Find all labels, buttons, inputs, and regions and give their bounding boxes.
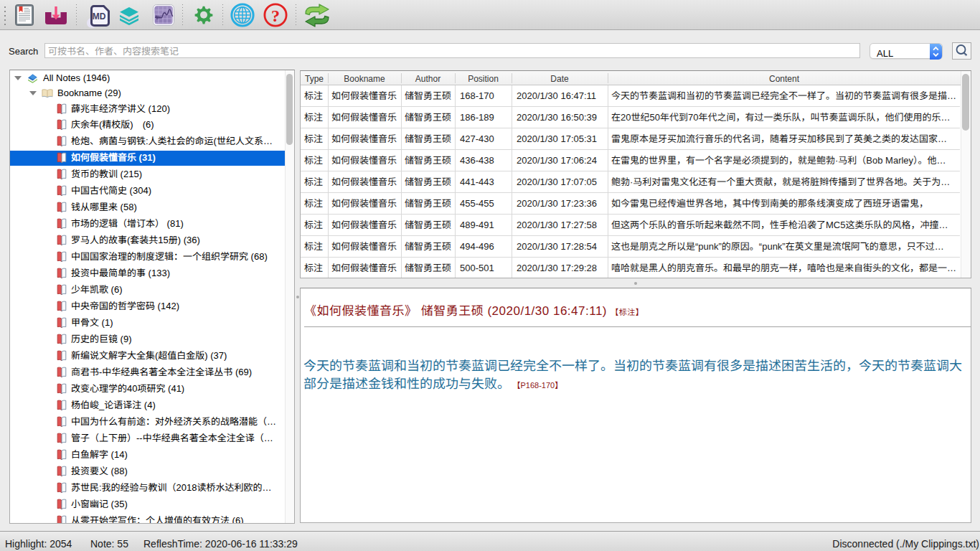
- svg-text:?: ?: [271, 6, 280, 25]
- svg-text:MD: MD: [93, 11, 106, 22]
